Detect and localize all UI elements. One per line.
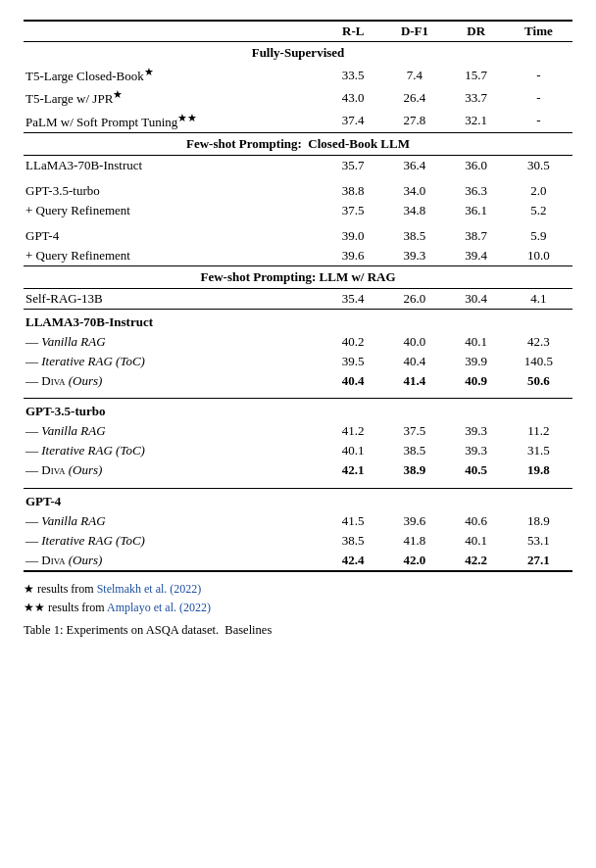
col-header-df1: D-F1: [381, 21, 447, 42]
table-row: Self-RAG-13B 35.4 26.0 30.4 4.1: [24, 288, 572, 309]
group-spacer: [24, 391, 572, 399]
table-row: GPT-3.5-turbo 38.8 34.0 36.3 2.0: [24, 181, 572, 201]
table-row: T5-Large w/ JPR★ 43.0 26.4 33.7 -: [24, 86, 572, 109]
table-row: — Iterative RAG (ToC) 40.1 38.5 39.3 31.…: [24, 441, 572, 460]
table-caption: Table 1: Experiments on ASQA dataset. Ba…: [24, 623, 572, 638]
footnote-2-link[interactable]: Amplayo et al. (2022): [107, 601, 211, 614]
results-table: R-L D-F1 DR Time Fully-Supervised T5-Lar…: [24, 20, 572, 572]
footnote-section: ★ results from Stelmakh et al. (2022) ★★…: [24, 580, 572, 617]
table-row-diva: — Diva (Ours) 40.4 41.4 40.9 50.6: [24, 371, 572, 391]
group-header-gpt35: GPT-3.5-turbo: [24, 399, 572, 422]
footnote-1: ★ results from Stelmakh et al. (2022): [24, 580, 572, 599]
bottom-border: [24, 571, 572, 572]
group-header-llama: LLAMA3-70B-Instruct: [24, 309, 572, 332]
section-fewshot-rag: Few-shot Prompting: LLM w/ RAG: [24, 265, 572, 288]
table-row: GPT-4 39.0 38.5 38.7 5.9: [24, 226, 572, 246]
footnote-2: ★★ results from Amplayo et al. (2022): [24, 599, 572, 617]
section-fewshot-closedbook: Few-shot Prompting: Closed-Book LLM: [24, 132, 572, 155]
table-row: — Vanilla RAG 41.5 39.6 40.6 18.9: [24, 511, 572, 531]
footnote-1-link[interactable]: Stelmakh et al. (2022): [97, 582, 202, 596]
table-row: — Vanilla RAG 41.2 37.5 39.3 11.2: [24, 421, 572, 441]
table-row-diva: — Diva (Ours) 42.1 38.9 40.5 19.8: [24, 460, 572, 480]
group-spacer: [24, 480, 572, 488]
table-row: — Vanilla RAG 40.2 40.0 40.1 42.3: [24, 332, 572, 352]
col-header-dr: DR: [448, 21, 505, 42]
col-header-model: [24, 21, 324, 42]
group-header-gpt4: GPT-4: [24, 488, 572, 511]
table-row: — Iterative RAG (ToC) 38.5 41.8 40.1 53.…: [24, 531, 572, 551]
table-row: LLaMA3-70B-Instruct 35.7 36.4 36.0 30.5: [24, 155, 572, 175]
col-header-time: Time: [505, 21, 572, 42]
table-row: PaLM w/ Soft Prompt Tuning★★ 37.4 27.8 3…: [24, 110, 572, 133]
section-fully-supervised: Fully-Supervised: [24, 42, 572, 65]
col-header-rl: R-L: [324, 21, 381, 42]
table-row: + Query Refinement 37.5 34.8 36.1 5.2: [24, 201, 572, 220]
table-row-diva: — Diva (Ours) 42.4 42.0 42.2 27.1: [24, 551, 572, 571]
table-row: + Query Refinement 39.6 39.3 39.4 10.0: [24, 246, 572, 266]
table-row: — Iterative RAG (ToC) 39.5 40.4 39.9 140…: [24, 352, 572, 371]
table-row: T5-Large Closed-Book★ 33.5 7.4 15.7 -: [24, 64, 572, 86]
